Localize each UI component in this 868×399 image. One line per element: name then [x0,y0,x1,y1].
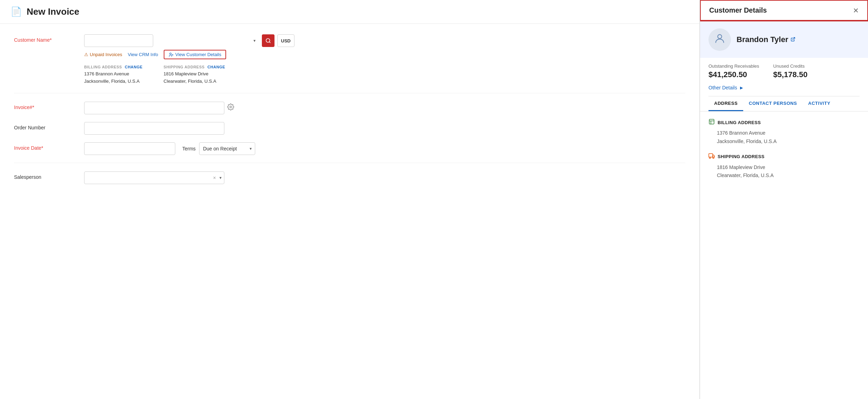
view-customer-details-label: View Customer Details [175,52,221,57]
svg-point-12 [709,157,711,158]
avatar-person-icon [714,33,726,47]
order-number-input[interactable] [84,122,224,135]
tab-address[interactable]: ADDRESS [708,96,743,111]
view-customer-details-link[interactable]: View Customer Details [164,50,226,59]
customer-select-wrapper: Brandon Tyler [84,34,259,47]
form-area: Customer Name* Brandon Tyler USD [0,24,699,202]
view-crm-info-link[interactable]: View CRM Info [128,52,158,57]
invoice-number-label: Invoice#* [14,102,84,110]
order-number-label: Order Number [14,122,84,130]
order-number-row: Order Number [14,122,685,135]
billing-address-block: BILLING ADDRESS CHANGE 1376 Brannon Aven… [84,65,143,85]
svg-line-7 [792,37,794,39]
address-section: BILLING ADDRESS CHANGE 1376 Brannon Aven… [84,65,294,85]
panel-shipping-address-header: SHIPPING ADDRESS [708,153,860,161]
external-link-icon[interactable] [791,37,795,43]
svg-rect-8 [709,119,714,124]
salesperson-control: Patricia Boyle × ▾ [84,171,294,184]
panel-billing-address-line2: Jacksonville, Florida, U.S.A [708,137,860,146]
invoice-number-control: INV-000185 [84,102,294,114]
billing-address-line2: Jacksonville, Florida, U.S.A [84,78,143,85]
billing-address-change-button[interactable]: CHANGE [125,65,143,69]
invoice-icon: 📄 [11,6,22,17]
currency-button[interactable]: USD [277,34,294,47]
financials-section: Outstanding Receivables $41,250.50 Unuse… [700,58,868,85]
svg-point-2 [170,53,171,54]
outstanding-receivables: Outstanding Receivables $41,250.50 [708,63,759,79]
svg-rect-11 [709,154,713,157]
svg-point-5 [230,106,232,108]
panel-close-button[interactable]: ✕ [853,7,859,14]
panel-title: Customer Details [709,6,767,14]
shipping-address-change-button[interactable]: CHANGE [208,65,225,69]
page-title: New Invoice [27,6,79,17]
person-list-icon [169,52,174,57]
billing-address-label: BILLING ADDRESS CHANGE [84,65,143,69]
svg-line-1 [269,42,270,43]
panel-billing-address-block: BILLING ADDRESS 1376 Brannon Avenue Jack… [708,119,860,146]
customer-name-row: Customer Name* Brandon Tyler USD [14,34,685,85]
invoice-date-input[interactable]: 11 Mar 2021 [84,142,175,155]
customer-name-label: Customer Name* [14,34,84,43]
panel-shipping-address-line2: Clearwater, Florida, U.S.A [708,171,860,180]
invoice-number-input[interactable]: INV-000185 [84,102,224,114]
shipping-address-line1: 1816 Mapleview Drive [164,70,225,78]
divider-1 [14,93,685,93]
salesperson-label: Salesperson [14,171,84,180]
order-number-control [84,122,294,135]
customer-info-section: Brandon Tyler [700,21,868,58]
search-icon [265,38,271,43]
shipping-address-block: SHIPPING ADDRESS CHANGE 1816 Mapleview D… [164,65,225,85]
shipping-address-line2: Clearwater, Florida, U.S.A [164,78,225,85]
panel-tabs: ADDRESS CONTACT PERSONS ACTIVITY [700,96,868,111]
other-details-label: Other Details [708,85,737,90]
other-details-link[interactable]: Other Details ▶ [700,85,868,96]
outstanding-receivables-value: $41,250.50 [708,70,759,79]
salesperson-input[interactable]: Patricia Boyle [84,171,224,184]
unused-credits-value: $5,178.50 [773,70,808,79]
tab-contact-persons[interactable]: CONTACT PERSONS [743,96,802,111]
settings-icon[interactable] [227,103,234,112]
terms-label: Terms [182,146,196,151]
customer-search-button[interactable] [262,34,274,47]
salesperson-select-wrapper: Patricia Boyle × ▾ [84,171,224,184]
svg-point-13 [713,157,714,158]
shipping-address-icon [708,153,715,161]
panel-shipping-address-block: SHIPPING ADDRESS 1816 Mapleview Drive Cl… [708,153,860,180]
customer-avatar [708,28,731,51]
customer-name-input-row: Brandon Tyler USD [84,34,294,47]
billing-address-icon [708,119,715,126]
shipping-address-label: SHIPPING ADDRESS CHANGE [164,65,225,69]
panel-billing-address-title: BILLING ADDRESS [718,120,761,125]
billing-address-line1: 1376 Brannon Avenue [84,70,143,78]
panel-billing-address-line1: 1376 Brannon Avenue [708,129,860,137]
panel-header: Customer Details ✕ [701,1,867,21]
terms-select[interactable]: Due on Receipt Net 15 Net 30 Net 45 Net … [199,142,255,155]
unpaid-invoices-link[interactable]: Unpaid Invoices [84,52,122,57]
salesperson-clear-button[interactable]: × [213,175,216,181]
unused-credits-label: Unused Credits [773,63,808,69]
customer-name-control: Brandon Tyler USD Unpaid Invoices View C… [84,34,294,85]
customer-name-text: Brandon Tyler [737,35,788,44]
invoice-date-input-row: 11 Mar 2021 Terms Due on Receipt Net 15 … [84,142,294,155]
invoice-date-control: 11 Mar 2021 Terms Due on Receipt Net 15 … [84,142,294,155]
page-header: 📄 New Invoice [0,0,699,24]
invoice-number-input-row: INV-000185 [84,102,294,114]
panel-shipping-address-title: SHIPPING ADDRESS [718,154,765,159]
customer-name-input[interactable]: Brandon Tyler [84,34,153,47]
panel-header-border: Customer Details ✕ [700,0,868,21]
invoice-date-row: Invoice Date* 11 Mar 2021 Terms Due on R… [14,142,685,155]
terms-select-wrapper: Due on Receipt Net 15 Net 30 Net 45 Net … [199,142,255,155]
panel-billing-address-header: BILLING ADDRESS [708,119,860,126]
unused-credits: Unused Credits $5,178.50 [773,63,808,79]
svg-point-6 [718,34,721,38]
panel-address-section: BILLING ADDRESS 1376 Brannon Avenue Jack… [700,111,868,194]
outstanding-receivables-label: Outstanding Receivables [708,63,759,69]
tab-activity[interactable]: ACTIVITY [802,96,836,111]
invoice-number-row: Invoice#* INV-000185 [14,102,685,114]
customer-name-panel: Brandon Tyler [737,35,795,44]
salesperson-row: Salesperson Patricia Boyle × ▾ [14,171,685,184]
divider-2 [14,163,685,163]
customer-links: Unpaid Invoices View CRM Info View Custo… [84,50,294,59]
other-details-arrow-icon: ▶ [740,86,743,90]
